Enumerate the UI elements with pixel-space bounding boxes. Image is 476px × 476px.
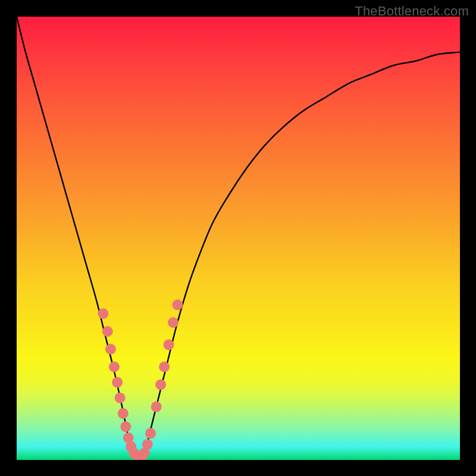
- marker-point: [115, 393, 126, 403]
- chart-svg: [17, 17, 460, 460]
- marker-point: [98, 308, 108, 319]
- marker-point: [168, 317, 178, 328]
- marker-point: [118, 408, 129, 419]
- marker-point: [145, 428, 156, 439]
- marker-point: [102, 326, 113, 337]
- marker-point: [142, 439, 153, 450]
- marker-point: [155, 379, 166, 390]
- plot-area: [17, 17, 460, 460]
- watermark-text: TheBottleneck.com: [355, 4, 469, 19]
- sample-markers: [98, 299, 183, 460]
- bottleneck-curve: [17, 17, 460, 460]
- marker-point: [105, 344, 116, 355]
- marker-point: [159, 362, 170, 372]
- marker-point: [164, 339, 174, 350]
- marker-point: [112, 377, 123, 388]
- marker-point: [120, 421, 131, 432]
- marker-point: [151, 402, 162, 412]
- marker-point: [172, 299, 183, 310]
- chart-frame: TheBottleneck.com: [0, 0, 476, 476]
- marker-point: [109, 362, 120, 372]
